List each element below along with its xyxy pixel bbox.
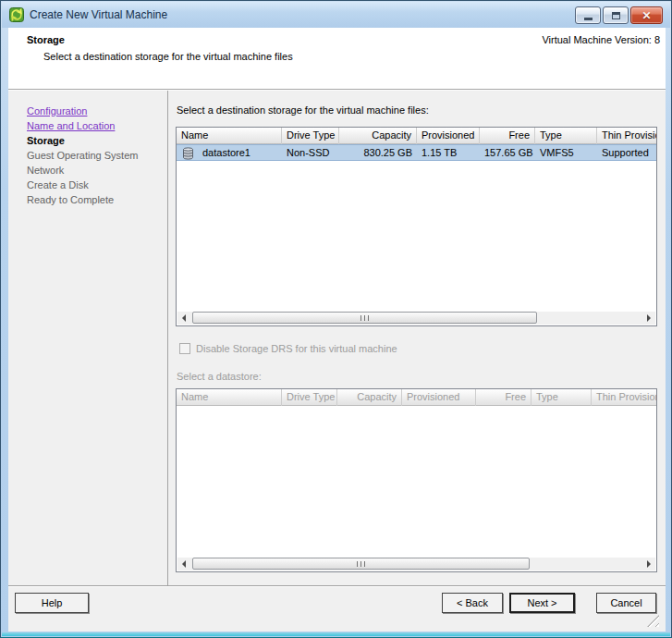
scrollbar-thumb[interactable] [192, 558, 530, 570]
column-header-capacity[interactable]: Capacity [339, 128, 417, 144]
datastore-table: NameDrive TypeCapacityProvisionedFreeTyp… [176, 388, 657, 572]
scroll-right-icon[interactable] [642, 312, 655, 325]
sidebar-item-guest-operating-system: Guest Operating System [8, 148, 167, 163]
close-button[interactable]: ✕ [630, 6, 663, 24]
datastore-table-header: NameDrive TypeCapacityProvisionedFreeTyp… [177, 389, 657, 406]
cancel-button[interactable]: Cancel [596, 593, 656, 613]
next-button[interactable]: Next > [509, 593, 575, 613]
disable-drs-label: Disable Storage DRS for this virtual mac… [196, 343, 397, 354]
cell-type: VMFS5 [535, 145, 597, 160]
column-header-free[interactable]: Free [480, 128, 535, 144]
column-header-drive-type[interactable]: Drive Type [282, 128, 339, 144]
datastore-table-hscrollbar[interactable] [177, 558, 655, 571]
minimize-button[interactable] [575, 6, 601, 24]
window-title: Create New Virtual Machine [30, 8, 167, 21]
vm-version-label: Virtual Machine Version: 8 [542, 34, 660, 45]
column-header-provisioned: Provisioned [402, 389, 476, 406]
scrollbar-thumb[interactable] [192, 312, 537, 324]
column-header-name: Name [177, 389, 282, 406]
disable-drs-checkbox [179, 343, 190, 354]
resize-grip-icon[interactable] [647, 615, 659, 627]
cell-name: datastore1 [177, 145, 282, 160]
column-header-thin-provisioning[interactable]: Thin Provisioning [597, 128, 657, 144]
scroll-left-icon[interactable] [177, 312, 190, 325]
page-title: Storage [27, 34, 65, 45]
scroll-right-icon[interactable] [642, 558, 655, 571]
sidebar-item-name-and-location[interactable]: Name and Location [8, 118, 167, 133]
scrollbar-grip-icon [360, 315, 370, 321]
datastore-icon [182, 147, 194, 160]
column-header-drive-type: Drive Type [282, 389, 337, 406]
wizard-steps-nav: ConfigurationName and LocationStorageGue… [8, 91, 168, 586]
select-datastore-label: Select a datastore: [177, 371, 262, 382]
page-subtitle: Select a destination storage for the vir… [43, 51, 293, 62]
column-header-type: Type [531, 389, 592, 406]
column-header-name[interactable]: Name [177, 128, 282, 144]
storage-table: NameDrive TypeCapacityProvisionedFreeTyp… [176, 127, 657, 326]
vsphere-icon [9, 7, 24, 22]
maximize-icon [612, 12, 620, 19]
scrollbar-grip-icon [357, 561, 366, 567]
sidebar-item-ready-to-complete: Ready to Complete [8, 192, 167, 207]
cell-provisioned: 1.15 TB [417, 145, 480, 160]
footer-divider [8, 585, 666, 587]
storage-table-hscrollbar[interactable] [177, 312, 655, 325]
client-area: Storage Select a destination storage for… [8, 28, 666, 632]
sidebar-item-network: Network [8, 163, 167, 178]
title-bar[interactable]: Create New Virtual Machine ✕ [2, 2, 670, 28]
column-header-free: Free [476, 389, 531, 406]
wizard-window: Create New Virtual Machine ✕ Storage Sel… [0, 0, 672, 638]
cell-drive-type: Non-SSD [282, 145, 339, 160]
column-header-thin-provisioning: Thin Provisioning [592, 389, 657, 406]
minimize-icon [584, 18, 593, 20]
close-icon: ✕ [641, 10, 651, 21]
cell-capacity: 830.25 GB [339, 145, 417, 160]
wizard-header: Storage Select a destination storage for… [8, 28, 666, 90]
back-button[interactable]: < Back [442, 593, 503, 613]
window-bottom-accent [2, 632, 670, 636]
maximize-button[interactable] [603, 6, 629, 24]
sidebar-item-storage: Storage [8, 133, 167, 148]
column-header-capacity: Capacity [337, 389, 402, 406]
window-controls: ✕ [575, 6, 663, 24]
cell-thin-provisioning: Supported [597, 145, 657, 160]
storage-instruction-label: Select a destination storage for the vir… [177, 104, 429, 116]
scroll-left-icon[interactable] [177, 558, 190, 571]
sidebar-item-create-a-disk: Create a Disk [8, 178, 167, 192]
storage-table-body: datastore1Non-SSD830.25 GB1.15 TB157.65 … [177, 144, 656, 161]
column-header-provisioned[interactable]: Provisioned [417, 128, 480, 144]
help-button[interactable]: Help [15, 593, 89, 613]
cell-free: 157.65 GB [480, 145, 535, 160]
column-header-type[interactable]: Type [535, 128, 597, 144]
sidebar-item-configuration[interactable]: Configuration [8, 104, 167, 118]
table-row-datastore1[interactable]: datastore1Non-SSD830.25 GB1.15 TB157.65 … [177, 144, 657, 161]
disable-drs-row: Disable Storage DRS for this virtual mac… [179, 343, 397, 354]
storage-table-header: NameDrive TypeCapacityProvisionedFreeTyp… [177, 128, 657, 144]
